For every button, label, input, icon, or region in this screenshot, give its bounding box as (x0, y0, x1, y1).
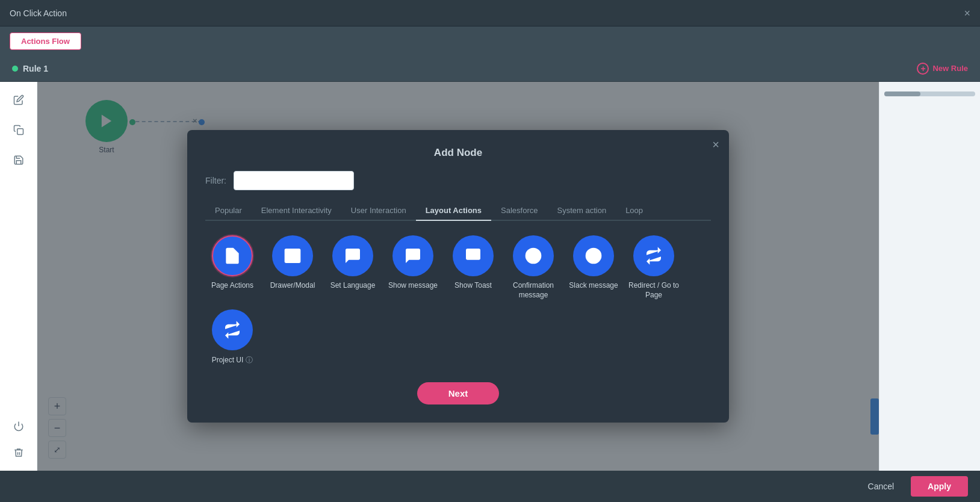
node-redirect-go-to-page[interactable]: Redirect / Go to Page (627, 235, 681, 300)
filter-row: Filter: (205, 171, 711, 190)
node-show-toast[interactable]: Show Toast (446, 235, 500, 300)
filter-label: Filter: (205, 176, 226, 185)
new-rule-button[interactable]: + New Rule (917, 63, 968, 75)
show-message-label: Show message (388, 281, 438, 291)
set-language-icon (332, 235, 373, 276)
tab-salesforce[interactable]: Salesforce (491, 201, 547, 221)
power-icon[interactable] (9, 417, 28, 436)
show-toast-label: Show Toast (454, 281, 492, 291)
next-button[interactable]: Next (417, 382, 500, 404)
node-confirmation-message[interactable]: Confirmation message (506, 235, 560, 300)
redirect-label: Redirect / Go to Page (627, 281, 681, 300)
tab-layout-actions[interactable]: Layout Actions (416, 201, 491, 221)
node-slack-message[interactable]: Slack message (566, 235, 621, 300)
tab-system-action[interactable]: System action (547, 201, 616, 221)
rule-name: Rule 1 (23, 64, 48, 73)
project-ui-info-icon: ⓘ (246, 355, 253, 365)
scrollbar-thumb[interactable] (884, 91, 920, 96)
svg-rect-0 (17, 129, 23, 135)
next-btn-row: Next (205, 382, 711, 404)
project-ui-icon (212, 309, 253, 350)
confirmation-message-label: Confirmation message (506, 281, 560, 300)
redirect-icon (633, 235, 674, 276)
tab-bar: Actions Flow (0, 26, 980, 55)
filter-input[interactable] (234, 171, 354, 190)
copy-icon[interactable] (9, 120, 28, 140)
svg-point-18 (586, 248, 602, 264)
pencil-icon[interactable] (9, 90, 28, 110)
window-close-button[interactable]: × (964, 8, 970, 19)
svg-point-12 (471, 252, 476, 256)
modal-close-button[interactable]: × (712, 138, 719, 150)
set-language-label: Set Language (330, 281, 376, 291)
add-node-modal: × Add Node Filter: Popular Element Inter… (187, 130, 729, 423)
show-toast-icon (453, 235, 494, 276)
confirmation-message-icon (513, 235, 554, 276)
tab-loop[interactable]: Loop (616, 201, 653, 221)
rule-bar: Rule 1 + New Rule (0, 55, 980, 82)
drawer-modal-icon (272, 235, 313, 276)
window-title: On Click Action (10, 8, 67, 18)
sidebar-icons (0, 82, 37, 471)
page-actions-label: Page Actions (211, 281, 253, 291)
node-grid: Page Actions Drawer/Modal (205, 235, 711, 365)
slack-message-icon (573, 235, 614, 276)
main-area: Start × sf Create a contact During Integ… (0, 82, 980, 471)
node-show-message[interactable]: Show message (386, 235, 440, 300)
modal-overlay: × Add Node Filter: Popular Element Inter… (37, 82, 879, 471)
new-rule-plus-icon: + (917, 63, 929, 75)
svg-rect-4 (285, 249, 301, 263)
tab-popular[interactable]: Popular (205, 201, 252, 221)
rule-label: Rule 1 (12, 64, 48, 73)
canvas-area: Start × sf Create a contact During Integ… (37, 82, 879, 471)
bottom-bar: Cancel Apply (0, 471, 980, 502)
save-icon[interactable] (9, 150, 28, 170)
actions-flow-tab[interactable]: Actions Flow (10, 33, 81, 50)
tab-user-interaction[interactable]: User Interaction (341, 201, 416, 221)
node-page-actions[interactable]: Page Actions (205, 235, 259, 300)
trash-icon[interactable] (9, 443, 28, 462)
show-message-icon (392, 235, 433, 276)
drawer-modal-label: Drawer/Modal (270, 281, 315, 291)
apply-button[interactable]: Apply (911, 476, 968, 497)
modal-tabs: Popular Element Interactivity User Inter… (205, 201, 711, 221)
title-bar: On Click Action × (0, 0, 980, 26)
tab-element-interactivity[interactable]: Element Interactivity (252, 201, 341, 221)
right-panel (879, 82, 980, 471)
node-project-ui[interactable]: Project UI ⓘ (205, 309, 259, 365)
page-actions-icon (212, 235, 253, 276)
slack-message-label: Slack message (569, 281, 618, 291)
node-set-language[interactable]: Set Language (326, 235, 380, 300)
rule-dot (12, 66, 18, 72)
modal-title: Add Node (205, 147, 711, 159)
node-drawer-modal[interactable]: Drawer/Modal (265, 235, 320, 300)
project-ui-label: Project UI (212, 356, 244, 365)
new-rule-label: New Rule (932, 64, 968, 73)
scrollbar-track (884, 91, 975, 96)
cancel-button[interactable]: Cancel (858, 477, 904, 496)
